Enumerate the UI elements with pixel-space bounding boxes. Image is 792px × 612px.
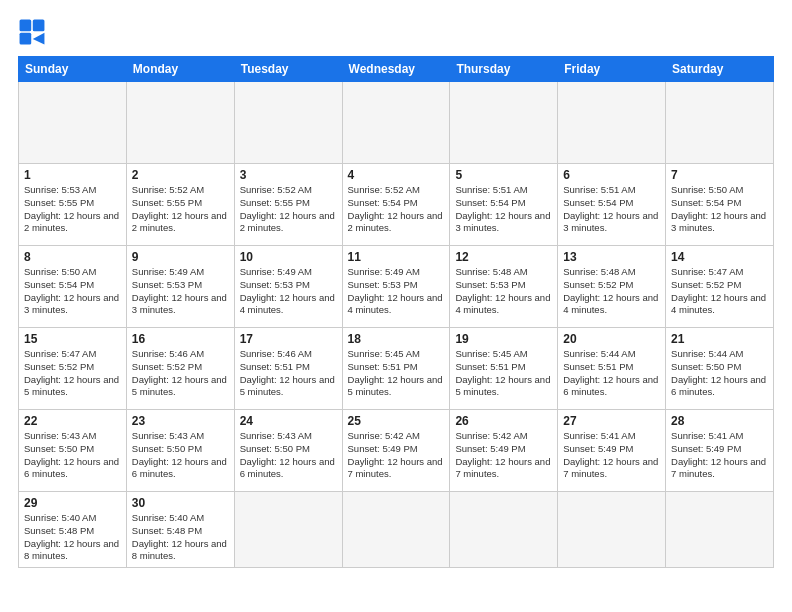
table-row: 4 Sunrise: 5:52 AM Sunset: 5:54 PM Dayli…: [342, 164, 450, 246]
table-row: 23 Sunrise: 5:43 AM Sunset: 5:50 PM Dayl…: [126, 410, 234, 492]
sunrise-label: Sunrise: 5:45 AM: [455, 348, 527, 359]
daylight-label: Daylight: 12 hours and 4 minutes.: [563, 292, 658, 316]
daylight-label: Daylight: 12 hours and 4 minutes.: [240, 292, 335, 316]
sunset-label: Sunset: 5:54 PM: [563, 197, 633, 208]
sunset-label: Sunset: 5:49 PM: [348, 443, 418, 454]
sunrise-label: Sunrise: 5:43 AM: [24, 430, 96, 441]
sunrise-label: Sunrise: 5:41 AM: [563, 430, 635, 441]
sunrise-label: Sunrise: 5:52 AM: [132, 184, 204, 195]
sunrise-label: Sunrise: 5:46 AM: [240, 348, 312, 359]
col-sunday: Sunday: [19, 57, 127, 82]
sunrise-label: Sunrise: 5:51 AM: [563, 184, 635, 195]
sunset-label: Sunset: 5:49 PM: [671, 443, 741, 454]
sunrise-label: Sunrise: 5:42 AM: [455, 430, 527, 441]
day-info: Sunrise: 5:45 AM Sunset: 5:51 PM Dayligh…: [455, 348, 552, 399]
table-row: [558, 82, 666, 164]
day-number: 5: [455, 168, 552, 182]
table-row: 8 Sunrise: 5:50 AM Sunset: 5:54 PM Dayli…: [19, 246, 127, 328]
day-info: Sunrise: 5:47 AM Sunset: 5:52 PM Dayligh…: [671, 266, 768, 317]
col-wednesday: Wednesday: [342, 57, 450, 82]
daylight-label: Daylight: 12 hours and 6 minutes.: [240, 456, 335, 480]
sunrise-label: Sunrise: 5:43 AM: [240, 430, 312, 441]
day-number: 25: [348, 414, 445, 428]
day-info: Sunrise: 5:40 AM Sunset: 5:48 PM Dayligh…: [132, 512, 229, 563]
day-info: Sunrise: 5:52 AM Sunset: 5:55 PM Dayligh…: [240, 184, 337, 235]
logo: [18, 18, 50, 46]
table-row: 3 Sunrise: 5:52 AM Sunset: 5:55 PM Dayli…: [234, 164, 342, 246]
table-row: 26 Sunrise: 5:42 AM Sunset: 5:49 PM Dayl…: [450, 410, 558, 492]
svg-rect-0: [20, 20, 32, 32]
table-row: 21 Sunrise: 5:44 AM Sunset: 5:50 PM Dayl…: [666, 328, 774, 410]
table-row: [450, 82, 558, 164]
day-number: 9: [132, 250, 229, 264]
sunset-label: Sunset: 5:52 PM: [24, 361, 94, 372]
table-row: 17 Sunrise: 5:46 AM Sunset: 5:51 PM Dayl…: [234, 328, 342, 410]
calendar-week-row: 15 Sunrise: 5:47 AM Sunset: 5:52 PM Dayl…: [19, 328, 774, 410]
table-row: 20 Sunrise: 5:44 AM Sunset: 5:51 PM Dayl…: [558, 328, 666, 410]
table-row: [342, 492, 450, 568]
table-row: 7 Sunrise: 5:50 AM Sunset: 5:54 PM Dayli…: [666, 164, 774, 246]
sunrise-label: Sunrise: 5:50 AM: [24, 266, 96, 277]
day-number: 27: [563, 414, 660, 428]
day-info: Sunrise: 5:42 AM Sunset: 5:49 PM Dayligh…: [455, 430, 552, 481]
day-number: 20: [563, 332, 660, 346]
sunset-label: Sunset: 5:48 PM: [24, 525, 94, 536]
table-row: 30 Sunrise: 5:40 AM Sunset: 5:48 PM Dayl…: [126, 492, 234, 568]
sunset-label: Sunset: 5:53 PM: [132, 279, 202, 290]
table-row: [19, 82, 127, 164]
daylight-label: Daylight: 12 hours and 5 minutes.: [132, 374, 227, 398]
daylight-label: Daylight: 12 hours and 5 minutes.: [348, 374, 443, 398]
sunset-label: Sunset: 5:51 PM: [348, 361, 418, 372]
day-number: 24: [240, 414, 337, 428]
sunset-label: Sunset: 5:52 PM: [563, 279, 633, 290]
svg-marker-3: [33, 33, 45, 45]
daylight-label: Daylight: 12 hours and 4 minutes.: [671, 292, 766, 316]
day-number: 7: [671, 168, 768, 182]
daylight-label: Daylight: 12 hours and 2 minutes.: [240, 210, 335, 234]
day-number: 1: [24, 168, 121, 182]
day-info: Sunrise: 5:51 AM Sunset: 5:54 PM Dayligh…: [455, 184, 552, 235]
day-info: Sunrise: 5:44 AM Sunset: 5:51 PM Dayligh…: [563, 348, 660, 399]
sunset-label: Sunset: 5:49 PM: [563, 443, 633, 454]
daylight-label: Daylight: 12 hours and 6 minutes.: [24, 456, 119, 480]
day-info: Sunrise: 5:42 AM Sunset: 5:49 PM Dayligh…: [348, 430, 445, 481]
table-row: [126, 82, 234, 164]
sunrise-label: Sunrise: 5:40 AM: [132, 512, 204, 523]
sunset-label: Sunset: 5:50 PM: [240, 443, 310, 454]
day-number: 21: [671, 332, 768, 346]
sunset-label: Sunset: 5:48 PM: [132, 525, 202, 536]
day-info: Sunrise: 5:52 AM Sunset: 5:55 PM Dayligh…: [132, 184, 229, 235]
daylight-label: Daylight: 12 hours and 3 minutes.: [455, 210, 550, 234]
table-row: 12 Sunrise: 5:48 AM Sunset: 5:53 PM Dayl…: [450, 246, 558, 328]
sunrise-label: Sunrise: 5:40 AM: [24, 512, 96, 523]
table-row: 6 Sunrise: 5:51 AM Sunset: 5:54 PM Dayli…: [558, 164, 666, 246]
col-friday: Friday: [558, 57, 666, 82]
daylight-label: Daylight: 12 hours and 2 minutes.: [24, 210, 119, 234]
calendar-table: Sunday Monday Tuesday Wednesday Thursday…: [18, 56, 774, 568]
sunset-label: Sunset: 5:52 PM: [132, 361, 202, 372]
day-info: Sunrise: 5:50 AM Sunset: 5:54 PM Dayligh…: [671, 184, 768, 235]
day-number: 3: [240, 168, 337, 182]
day-number: 10: [240, 250, 337, 264]
daylight-label: Daylight: 12 hours and 2 minutes.: [348, 210, 443, 234]
sunrise-label: Sunrise: 5:53 AM: [24, 184, 96, 195]
table-row: 15 Sunrise: 5:47 AM Sunset: 5:52 PM Dayl…: [19, 328, 127, 410]
day-info: Sunrise: 5:43 AM Sunset: 5:50 PM Dayligh…: [132, 430, 229, 481]
day-number: 4: [348, 168, 445, 182]
day-number: 23: [132, 414, 229, 428]
day-info: Sunrise: 5:53 AM Sunset: 5:55 PM Dayligh…: [24, 184, 121, 235]
table-row: [342, 82, 450, 164]
sunrise-label: Sunrise: 5:49 AM: [348, 266, 420, 277]
daylight-label: Daylight: 12 hours and 3 minutes.: [563, 210, 658, 234]
table-row: 19 Sunrise: 5:45 AM Sunset: 5:51 PM Dayl…: [450, 328, 558, 410]
sunset-label: Sunset: 5:51 PM: [240, 361, 310, 372]
table-row: 2 Sunrise: 5:52 AM Sunset: 5:55 PM Dayli…: [126, 164, 234, 246]
calendar-week-row: [19, 82, 774, 164]
day-number: 29: [24, 496, 121, 510]
day-info: Sunrise: 5:40 AM Sunset: 5:48 PM Dayligh…: [24, 512, 121, 563]
sunset-label: Sunset: 5:54 PM: [455, 197, 525, 208]
day-info: Sunrise: 5:50 AM Sunset: 5:54 PM Dayligh…: [24, 266, 121, 317]
sunset-label: Sunset: 5:54 PM: [348, 197, 418, 208]
sunset-label: Sunset: 5:54 PM: [671, 197, 741, 208]
daylight-label: Daylight: 12 hours and 8 minutes.: [24, 538, 119, 562]
